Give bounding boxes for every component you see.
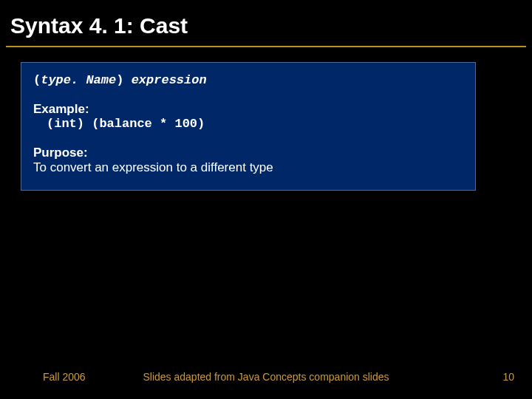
footer-term: Fall 2006 xyxy=(0,371,86,383)
example-code: (int) (balance * 100) xyxy=(33,117,463,131)
title-divider xyxy=(6,46,526,47)
syntax-pattern: (type. Name) expression xyxy=(33,73,463,87)
purpose-label: Purpose: xyxy=(33,146,463,160)
footer-page-number: 10 xyxy=(502,371,514,383)
syntax-typename: type. Name xyxy=(41,73,116,87)
syntax-open-paren: ( xyxy=(33,73,41,87)
slide-footer: Fall 2006 Slides adapted from Java Conce… xyxy=(0,371,532,383)
syntax-close-paren: ) xyxy=(116,73,123,87)
footer-attribution: Slides adapted from Java Concepts compan… xyxy=(143,371,389,383)
slide-title: Syntax 4. 1: Cast xyxy=(0,0,532,46)
purpose-text: To convert an expression to a different … xyxy=(33,160,463,175)
example-label: Example: xyxy=(33,102,463,117)
syntax-box: (type. Name) expression Example: (int) (… xyxy=(21,62,476,191)
syntax-expression: expression xyxy=(123,73,206,87)
